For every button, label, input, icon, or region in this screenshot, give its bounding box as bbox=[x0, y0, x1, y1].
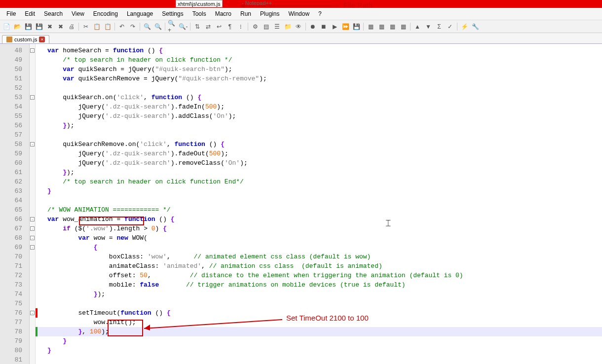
monitor-icon[interactable]: 👁 bbox=[294, 22, 303, 31]
folder-icon[interactable]: 📁 bbox=[283, 22, 292, 31]
menu-settings[interactable]: Settings bbox=[157, 9, 188, 18]
zoom-out-icon[interactable]: 🔍- bbox=[179, 22, 188, 31]
indent-guide-icon[interactable]: ⫶ bbox=[236, 22, 245, 31]
annotation-filepath-arrow bbox=[240, 4, 343, 9]
menu-window[interactable]: Window bbox=[284, 9, 314, 18]
show-all-icon[interactable]: ¶ bbox=[226, 22, 234, 31]
tab-close-icon[interactable]: × bbox=[39, 36, 45, 42]
annotation-wow-animation-box bbox=[79, 217, 144, 225]
new-file-icon[interactable]: 📄 bbox=[2, 22, 11, 31]
play-multi-icon[interactable]: ⏩ bbox=[341, 22, 350, 31]
tri-down-icon[interactable]: ▼ bbox=[424, 22, 433, 31]
title-file-path: xhtml\js\custom.js bbox=[176, 0, 223, 7]
annotation-timeout-label: Set TimeOut 2100 to 100 bbox=[286, 314, 369, 322]
print-icon[interactable]: 🖨 bbox=[67, 22, 76, 31]
menu-view[interactable]: View bbox=[67, 9, 89, 18]
fn-list-icon[interactable]: ☰ bbox=[272, 22, 281, 31]
tool1-icon[interactable]: ⚡ bbox=[460, 22, 469, 31]
text-cursor-icon: ⌶ bbox=[386, 218, 391, 227]
file-icon bbox=[6, 36, 12, 42]
annotation-timeout-box bbox=[108, 320, 143, 336]
stop-icon[interactable]: ⏹ bbox=[319, 22, 328, 31]
menu-[interactable]: ? bbox=[314, 9, 326, 18]
tab-bar: custom.js × bbox=[0, 33, 602, 44]
annotation-filepath-label: File Path bbox=[343, 1, 373, 9]
replace-icon[interactable]: 🔍 bbox=[153, 22, 162, 31]
sigma-icon[interactable]: Σ bbox=[435, 22, 444, 31]
tab-label: custom.js bbox=[14, 36, 37, 42]
menu-edit[interactable]: Edit bbox=[20, 9, 39, 18]
close-icon[interactable]: ✖ bbox=[45, 22, 54, 31]
sync-v-icon[interactable]: ⇅ bbox=[193, 22, 202, 31]
play-icon[interactable]: ▶ bbox=[330, 22, 339, 31]
tri-up-icon[interactable]: ▲ bbox=[413, 22, 422, 31]
open-file-icon[interactable]: 📂 bbox=[13, 22, 22, 31]
record-icon[interactable]: ⏺ bbox=[308, 22, 317, 31]
paste-icon[interactable]: 📋 bbox=[103, 22, 112, 31]
fold-column[interactable]: -------- bbox=[30, 44, 36, 364]
find-icon[interactable]: 🔍 bbox=[143, 22, 151, 31]
tab-customjs[interactable]: custom.js × bbox=[2, 35, 49, 43]
panel4-icon[interactable]: ▦ bbox=[399, 22, 408, 31]
menu-language[interactable]: Language bbox=[122, 9, 157, 18]
word-wrap-icon[interactable]: ↩ bbox=[215, 22, 224, 31]
svg-marker-3 bbox=[144, 325, 150, 330]
panel1-icon[interactable]: ▦ bbox=[366, 22, 375, 31]
doc-map-icon[interactable]: ▤ bbox=[262, 22, 270, 31]
menu-bar: FileEditSearchViewEncodingLanguageSettin… bbox=[0, 8, 602, 20]
save-macro-icon[interactable]: 💾 bbox=[352, 22, 361, 31]
lang-icon[interactable]: ⚙ bbox=[251, 22, 260, 31]
zoom-in-icon[interactable]: 🔍+ bbox=[168, 22, 177, 31]
line-number-gutter: 4849505152535455565758596061626364656667… bbox=[0, 44, 30, 364]
close-all-icon[interactable]: ✖ bbox=[56, 22, 65, 31]
menu-search[interactable]: Search bbox=[39, 9, 67, 18]
svg-line-2 bbox=[144, 320, 282, 328]
tool2-icon[interactable]: 🔧 bbox=[471, 22, 480, 31]
menu-macro[interactable]: Macro bbox=[211, 9, 236, 18]
save-icon[interactable]: 💾 bbox=[24, 22, 33, 31]
panel3-icon[interactable]: ▦ bbox=[388, 22, 397, 31]
sync-h-icon[interactable]: ⇄ bbox=[204, 22, 213, 31]
copy-icon[interactable]: 📋 bbox=[92, 22, 101, 31]
svg-marker-1 bbox=[240, 4, 245, 8]
redo-icon[interactable]: ↷ bbox=[128, 22, 137, 31]
annotation-timeout-arrow bbox=[144, 318, 287, 332]
panel2-icon[interactable]: ▦ bbox=[377, 22, 386, 31]
save-all-icon[interactable]: 💾 bbox=[35, 22, 43, 31]
menu-plugins[interactable]: Plugins bbox=[256, 9, 284, 18]
menu-file[interactable]: File bbox=[2, 9, 20, 18]
menu-encoding[interactable]: Encoding bbox=[89, 9, 122, 18]
undo-icon[interactable]: ↶ bbox=[117, 22, 126, 31]
menu-run[interactable]: Run bbox=[236, 9, 256, 18]
menu-tools[interactable]: Tools bbox=[188, 9, 211, 18]
cut-icon[interactable]: ✂ bbox=[81, 22, 90, 31]
spell-icon[interactable]: ✓ bbox=[446, 22, 454, 31]
tool-bar: 📄 📂 💾 💾 ✖ ✖ 🖨 ✂ 📋 📋 ↶ ↷ 🔍 🔍 🔍+ 🔍- ⇅ ⇄ ↩ … bbox=[0, 20, 602, 33]
